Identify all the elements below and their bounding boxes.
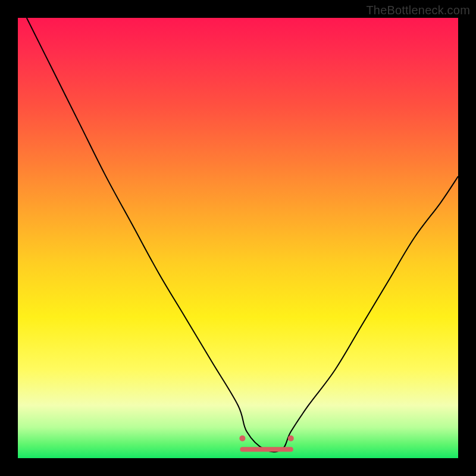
- bottleneck-curve: [27, 18, 458, 452]
- watermark-text: TheBottleneck.com: [366, 4, 470, 17]
- left-endpoint: [239, 436, 245, 441]
- chart-frame: TheBottleneck.com: [0, 0, 476, 476]
- curve-layer: [18, 18, 458, 458]
- right-endpoint: [288, 436, 294, 441]
